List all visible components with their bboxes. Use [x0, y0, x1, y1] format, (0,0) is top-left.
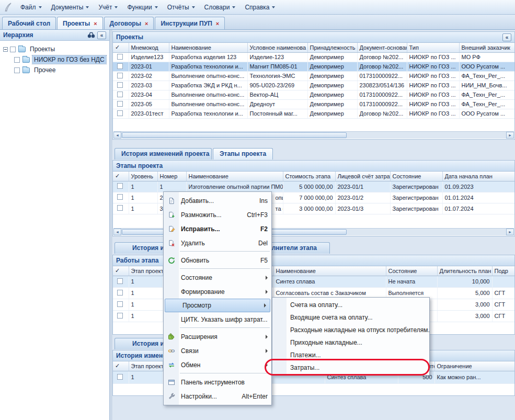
tree-node-other[interactable]: Прочее: [0, 65, 109, 75]
tree-node-niokr[interactable]: НИОКР по ГОЗ без НДС: [0, 54, 109, 65]
menu-item-duplicate[interactable]: Размножить... Ctrl+F3: [164, 208, 271, 222]
close-icon[interactable]: ×: [94, 21, 97, 26]
row-checkbox[interactable]: [117, 313, 123, 319]
scroll-right-icon[interactable]: ►: [506, 132, 514, 139]
row-checkbox[interactable]: [117, 92, 123, 97]
column-header[interactable]: Ограничение: [434, 361, 515, 371]
menu-functions[interactable]: Функции: [122, 2, 162, 13]
scroll-left-icon[interactable]: ◄: [113, 229, 121, 235]
scroll-thumb[interactable]: [122, 132, 347, 138]
close-icon[interactable]: ×: [145, 21, 148, 26]
column-header[interactable]: Подр: [492, 266, 515, 276]
menu-item-state[interactable]: Состояние: [164, 270, 271, 285]
scroll-right-icon[interactable]: ►: [506, 229, 514, 235]
menu-item-add[interactable]: Добавить... Ins: [164, 194, 271, 208]
row-checkbox[interactable]: [117, 183, 123, 189]
submenu-item-incoming-invoices[interactable]: Входящие счета на оплату...: [272, 311, 429, 324]
row-checkbox[interactable]: [117, 54, 123, 60]
stage-row[interactable]: 11Изготовление опытной партии ПМ0...5 00…: [113, 181, 515, 192]
column-header[interactable]: Наименование: [169, 43, 247, 52]
row-checkbox[interactable]: [117, 205, 123, 211]
project-row[interactable]: 2023-03Разработка ЭКД и РКД н...905-U020…: [113, 81, 515, 90]
column-header[interactable]: Этап проекта: [129, 266, 163, 276]
node-checkbox[interactable]: [14, 57, 20, 63]
column-header[interactable]: Уровень: [129, 172, 157, 181]
column-header[interactable]: Тип: [407, 43, 459, 52]
menu-item-view[interactable]: Просмотр: [165, 299, 270, 312]
node-checkbox[interactable]: [14, 67, 20, 73]
menu-item-refresh[interactable]: Обновить F5: [164, 253, 271, 267]
column-header[interactable]: Состояние: [390, 172, 442, 181]
tab-project-stages[interactable]: Этапы проекта: [213, 148, 273, 160]
menu-item-settings[interactable]: Настройки... Alt+Enter: [164, 389, 271, 403]
submenu-item-receipt-waybills[interactable]: Приходные накладные...: [272, 336, 429, 349]
column-header[interactable]: Состояние: [386, 266, 437, 276]
menu-item-delete[interactable]: Удалить Del: [164, 236, 271, 250]
column-header[interactable]: Внешний заказчик: [459, 43, 515, 52]
row-checkbox[interactable]: [117, 290, 123, 296]
row-checkbox[interactable]: [117, 278, 123, 284]
menu-reports[interactable]: Отчёты: [163, 2, 200, 13]
project-row[interactable]: 2023-01тестРазработка технологии и...Пос…: [113, 109, 515, 118]
column-header[interactable]: Этап проекта: [129, 361, 163, 371]
row-checkbox[interactable]: [117, 374, 123, 380]
menu-help[interactable]: Справка: [240, 2, 280, 13]
project-row[interactable]: 2023-05Выполнение опытно-конс...Дредноут…: [113, 99, 515, 109]
project-row[interactable]: 2023-04Выполнение опытно-конс...Вектор-А…: [113, 90, 515, 99]
menu-accounting[interactable]: Учёт: [94, 2, 122, 13]
row-checkbox[interactable]: [117, 73, 123, 78]
menu-item-edit[interactable]: Исправить... F2: [164, 222, 271, 236]
project-row[interactable]: 2023-02Выполнение опытно-конс...Технолог…: [113, 71, 515, 81]
column-header[interactable]: Документ-основан: [357, 43, 407, 52]
select-all-header[interactable]: ✓: [113, 266, 129, 276]
tab-project-history[interactable]: История изменений проекта: [115, 148, 212, 160]
submenu-item-invoices[interactable]: Счета на оплату...: [272, 299, 429, 311]
column-header[interactable]: Наименование: [273, 266, 386, 276]
menu-item-toolbar[interactable]: Панель инструментов: [164, 375, 271, 389]
column-header[interactable]: Лицевой счёт затрат: [335, 172, 390, 181]
column-header-sorted[interactable]: Длительность план▼: [437, 266, 492, 276]
tab-contracts[interactable]: Договоры×: [104, 17, 154, 29]
project-row[interactable]: Изделие123Разработка изделия 123Изделие-…: [113, 52, 515, 62]
column-header[interactable]: Мнемокод: [129, 43, 169, 52]
select-all-header[interactable]: ✓: [113, 43, 129, 52]
search-icon[interactable]: [87, 32, 95, 38]
column-header[interactable]: Дата начала план: [442, 172, 515, 181]
submenu-item-expense-waybills[interactable]: Расходные накладные на отпуск потребител…: [272, 324, 429, 336]
scroll-left-icon[interactable]: ◄: [113, 132, 121, 139]
collapse-panel-icon[interactable]: «: [502, 33, 511, 41]
menu-file[interactable]: Файл: [16, 2, 47, 13]
tab-projects[interactable]: Проекты×: [57, 17, 103, 29]
menu-dictionaries[interactable]: Словари: [200, 2, 241, 13]
row-checkbox[interactable]: [117, 101, 123, 107]
row-checkbox[interactable]: [117, 194, 123, 200]
close-icon[interactable]: ×: [216, 21, 219, 26]
submenu-item-payments[interactable]: Платежи...: [272, 349, 429, 361]
tree-node-projects[interactable]: Проекты: [0, 44, 109, 54]
column-header[interactable]: Принадлежность: [307, 43, 357, 52]
select-all-header[interactable]: ✓: [113, 361, 129, 371]
select-all-header[interactable]: ✓: [113, 172, 129, 181]
submenu-item-costs[interactable]: Затраты...: [272, 361, 429, 374]
column-header[interactable]: Стоимость этапа: [283, 172, 335, 181]
column-header[interactable]: Наименование: [186, 172, 283, 181]
project-row-selected[interactable]: 2023-01Разработка технологии и...Магнит …: [113, 62, 515, 71]
menu-item-links[interactable]: Связи: [164, 344, 271, 358]
row-checkbox[interactable]: [117, 63, 123, 69]
node-checkbox[interactable]: [10, 47, 16, 52]
menu-item-citk-cost-code[interactable]: ЦИТК. Указать шифр затрат...: [164, 312, 271, 326]
tab-instructions[interactable]: Инструкции ПУП×: [155, 17, 225, 29]
column-header[interactable]: Номер: [157, 172, 186, 181]
menu-item-extensions[interactable]: Расширения: [164, 330, 271, 344]
row-checkbox[interactable]: [117, 301, 123, 307]
horizontal-scrollbar[interactable]: ◄ ►: [113, 131, 514, 139]
expander-icon[interactable]: [3, 47, 8, 52]
menu-item-exchange[interactable]: Обмен: [164, 358, 271, 372]
collapse-sidebar-icon[interactable]: «: [97, 31, 106, 39]
tab-desktop[interactable]: Рабочий стол: [2, 17, 56, 29]
menu-documents[interactable]: Документы: [47, 2, 94, 13]
column-header[interactable]: Условное наименова: [247, 43, 307, 52]
row-checkbox[interactable]: [117, 82, 123, 88]
row-checkbox[interactable]: [117, 110, 123, 116]
menu-item-forming[interactable]: Формирование: [164, 285, 271, 299]
